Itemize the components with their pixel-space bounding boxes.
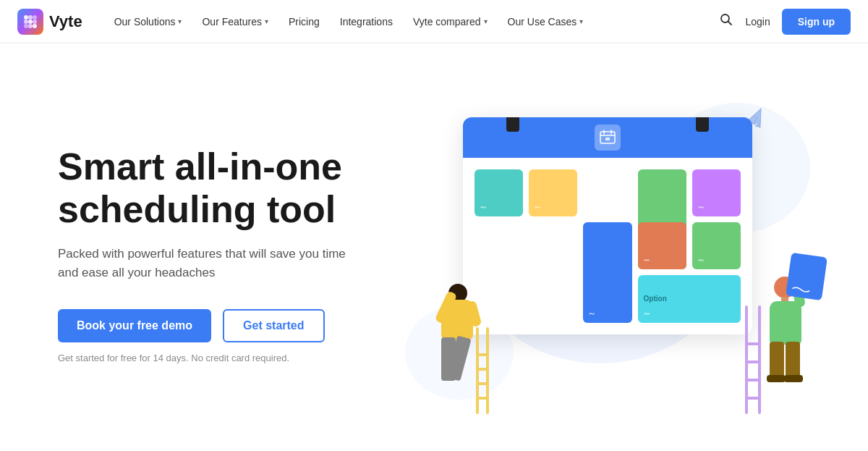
cal-card-teal [475,169,523,216]
svg-point-4 [28,20,33,24]
book-demo-button[interactable]: Book your free demo [58,309,211,342]
nav-use-cases[interactable]: Our Use Cases ▾ [499,10,592,33]
search-icon[interactable] [719,12,733,30]
nav-our-solutions[interactable]: Our Solutions ▾ [106,10,191,33]
nav-vyte-compared[interactable]: Vyte compared ▾ [404,10,496,33]
ladder-rail-right [486,327,489,414]
svg-line-10 [728,22,732,25]
calendar-icon [595,125,621,151]
cal-card-cyan: Option [638,275,741,322]
cal-card-purple [692,169,741,216]
cal-card-yellow [529,169,577,216]
ladder-rung-2 [476,382,489,385]
char-right-shoe-left [767,375,786,382]
cal-card-red [638,222,686,269]
char-right-rung-2 [745,379,761,382]
nav-right: Login Sign up [719,9,851,35]
hero-buttons: Book your free demo Get started [58,309,405,342]
character-right [745,277,817,414]
ladder-rung-4 [476,353,489,356]
nav-links: Our Solutions ▾ Our Features ▾ Pricing I… [106,10,720,33]
svg-point-7 [28,24,33,28]
char-right-rung-4 [745,342,761,345]
navbar: Vyte Our Solutions ▾ Our Features ▾ Pric… [0,0,868,43]
chevron-down-icon: ▾ [484,17,488,25]
svg-point-1 [28,15,33,20]
svg-point-5 [33,20,37,24]
logo-icon [17,9,43,35]
signup-button[interactable]: Sign up [782,9,851,35]
get-started-button[interactable]: Get started [223,309,324,342]
nav-integrations[interactable]: Integrations [331,10,401,33]
hero-section: Smart all-in-one scheduling tool Packed … [0,43,868,451]
char-right-rung-3 [745,361,761,363]
nav-our-features[interactable]: Our Features ▾ [193,10,276,33]
svg-rect-16 [605,138,610,140]
hero-title: Smart all-in-one scheduling tool [58,146,405,229]
char-right-leg-left [770,342,784,378]
illustration-container: Option [405,88,825,421]
brand-name: Vyte [49,12,82,31]
hero-illustration: Option [405,87,825,422]
cal-header [463,117,752,158]
char-right-torso [770,301,801,345]
svg-point-2 [33,15,37,20]
chevron-down-icon: ▾ [579,17,583,25]
svg-point-3 [24,20,28,24]
hero-subtitle: Packed with powerful features that will … [58,245,362,283]
char-right-rung-1 [745,397,761,400]
hero-note: Get started for free for 14 days. No cre… [58,353,405,363]
cal-ring-right [696,117,709,132]
ladder-rung-1 [476,397,489,400]
option-label: Option [644,295,667,303]
svg-point-6 [24,24,28,28]
character-left [427,284,492,414]
card-being-placed [786,252,827,300]
cal-card-green2 [692,222,741,269]
char-right-leg-right [786,342,800,378]
svg-point-8 [33,24,37,28]
svg-point-0 [24,15,28,20]
hero-content: Smart all-in-one scheduling tool Packed … [58,146,405,363]
char-right-shoe-right [784,375,803,382]
cal-ring-left [506,117,519,132]
ladder-rung-3 [476,368,489,371]
logo[interactable]: Vyte [17,9,82,35]
nav-pricing[interactable]: Pricing [280,10,328,33]
calendar-illustration: Option [463,117,752,334]
chevron-down-icon: ▾ [265,17,268,25]
chevron-down-icon: ▾ [178,17,182,25]
cal-body: Option [463,158,752,334]
cal-card-blue-tall [583,222,631,323]
ladder-rail-left [476,327,479,414]
login-button[interactable]: Login [745,16,770,28]
